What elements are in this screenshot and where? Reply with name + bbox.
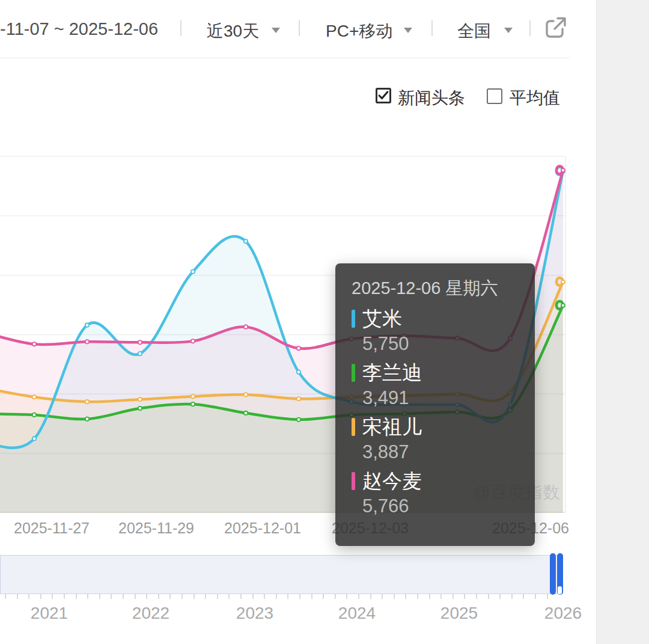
timeline-tick: [76, 594, 77, 599]
series-value: 3,887: [352, 439, 520, 465]
series-name: 赵今麦: [362, 468, 422, 495]
date-range-text: -11-07 ~ 2025-12-06: [0, 19, 158, 39]
series-color-chip: [352, 364, 355, 382]
tooltip-item: 李兰迪 3,491: [352, 361, 520, 411]
chevron-down-icon: [504, 28, 513, 33]
export-icon[interactable]: [544, 16, 568, 40]
chevron-down-icon: [272, 28, 280, 33]
average-checkbox[interactable]: [487, 88, 502, 104]
timeline-tick: [476, 594, 477, 599]
timeline-tick: [158, 594, 159, 599]
header-divider: [0, 58, 570, 58]
timeline-tick: [358, 594, 359, 599]
timeline-tick: [452, 594, 454, 599]
timeline-tick: [111, 594, 112, 599]
timeline-tick: [523, 594, 524, 599]
series-name: 宋祖儿: [362, 414, 422, 441]
average-label: 平均值: [510, 87, 560, 109]
timeline-tick: [417, 594, 418, 599]
x-axis-label: 2025-11-29: [118, 520, 194, 537]
series-name: 艾米: [362, 305, 402, 333]
right-gray-panel: [596, 0, 649, 644]
baidu-index-page: -11-07 ~ 2025-12-06 近30天 PC+移动 全国 新闻头条 平…: [0, 0, 649, 644]
series-name: 李兰迪: [362, 360, 422, 387]
timeline-tick: [264, 594, 265, 599]
timeline-tick: [99, 594, 100, 599]
header-separator: [299, 20, 300, 36]
tooltip-item: 赵今麦 5,766: [352, 469, 520, 520]
timeline-tick: [5, 594, 6, 599]
chart-tooltip: 2025-12-06 星期六 艾米 5,750 李兰迪 3,491 宋祖儿 3,…: [335, 263, 535, 546]
timeline-tick: [64, 594, 65, 599]
timeline-slider[interactable]: [0, 555, 563, 594]
year-label: 2021: [31, 604, 68, 623]
year-label: 2022: [132, 604, 169, 623]
slider-handle-notch: [558, 586, 562, 594]
timeline-tick: [346, 594, 347, 599]
timeline-tick: [323, 594, 324, 599]
tooltip-item: 宋祖儿 3,887: [352, 415, 520, 465]
timeline-tick: [135, 594, 136, 599]
timeline-tick: [181, 594, 183, 599]
timeline-tick: [169, 594, 171, 599]
timeline-tick: [488, 594, 489, 599]
timeline-tick: [547, 594, 548, 599]
timeline-tick: [535, 594, 536, 599]
year-label: 2025: [440, 604, 478, 623]
timeline-tick: [405, 594, 406, 599]
timeline-tick: [287, 594, 288, 599]
timeline-tick: [511, 594, 513, 599]
timeline-tick: [217, 594, 218, 599]
filter-device[interactable]: PC+移动: [326, 20, 392, 43]
news-headlines-checkbox[interactable]: [376, 88, 391, 103]
timeline-tick: [464, 594, 465, 599]
filter-region[interactable]: 全国: [457, 20, 491, 43]
x-axis-label: 2025-11-27: [14, 520, 90, 537]
timeline-tick: [276, 594, 277, 599]
year-label: 2026: [544, 604, 582, 623]
timeline-tick: [311, 594, 312, 599]
timeline-tick: [28, 594, 29, 599]
x-axis-label: 2025-12-01: [224, 520, 301, 537]
timeline-tick: [228, 594, 230, 599]
filter-time-range[interactable]: 近30天: [207, 20, 259, 43]
series-color-chip: [352, 418, 355, 436]
timeline-tick: [382, 594, 383, 599]
timeline-tick: [123, 594, 124, 599]
year-label: 2024: [338, 604, 376, 623]
timeline-tick: [499, 594, 501, 599]
timeline-tick: [335, 594, 336, 599]
timeline-tick: [429, 594, 430, 599]
timeline-tick: [205, 594, 206, 599]
timeline-tick: [17, 594, 18, 599]
timeline-tick: [193, 594, 195, 599]
year-label: 2023: [236, 604, 273, 623]
timeline-tick: [146, 594, 147, 599]
timeline-tick: [252, 594, 254, 599]
news-headlines-label: 新闻头条: [398, 87, 465, 109]
timeline-tick: [240, 594, 242, 599]
timeline-tick: [87, 594, 88, 599]
series-color-chip: [352, 472, 355, 490]
header-separator: [180, 20, 181, 36]
timeline-tick: [52, 594, 53, 599]
series-value: 3,491: [352, 385, 520, 411]
timeline-tick: [299, 594, 300, 599]
checkmark-icon: [377, 90, 389, 102]
header-separator: [529, 20, 531, 36]
series-color-chip: [352, 310, 355, 328]
timeline-tick: [370, 594, 371, 599]
chevron-down-icon: [404, 28, 412, 33]
series-value: 5,766: [352, 493, 520, 520]
series-value: 5,750: [352, 331, 520, 357]
timeline-tick: [40, 594, 41, 599]
timeline-tick: [440, 594, 442, 599]
header-separator: [431, 20, 433, 36]
timeline-tick: [394, 594, 395, 599]
tooltip-item: 艾米 5,750: [352, 307, 520, 357]
slider-handle-left[interactable]: [550, 553, 556, 595]
tooltip-date: 2025-12-06 星期六: [352, 278, 520, 298]
